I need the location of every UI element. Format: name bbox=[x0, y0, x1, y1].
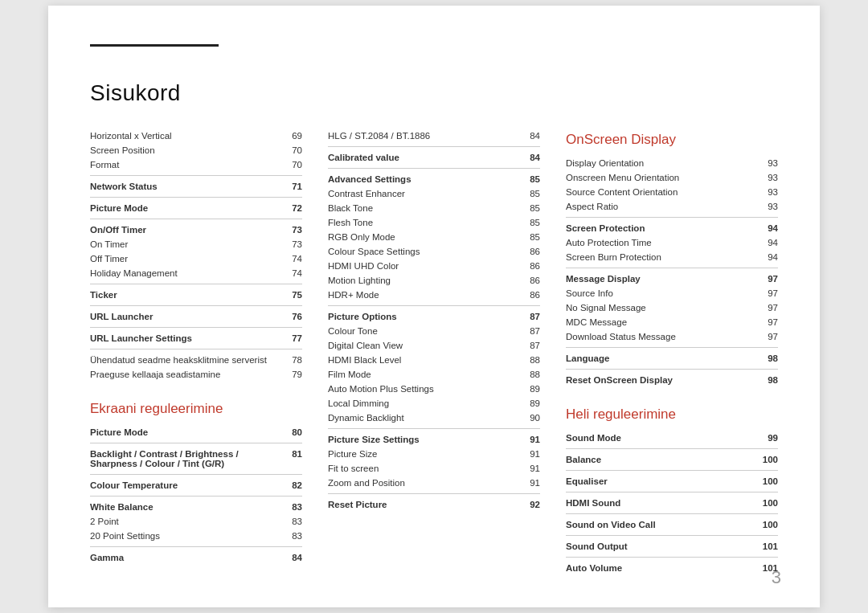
separator bbox=[328, 146, 540, 147]
toc-entry: Auto Motion Plus Settings 89 bbox=[328, 382, 540, 396]
entry-label: URL Launcher bbox=[90, 312, 280, 321]
toc-entry: Praeguse kellaaja seadistamine 79 bbox=[90, 367, 302, 382]
toc-entry: Source Info 97 bbox=[566, 286, 778, 300]
separator bbox=[90, 349, 302, 349]
separator bbox=[566, 268, 778, 268]
entry-label: Ticker bbox=[90, 290, 280, 300]
toc-entry: White Balance 83 bbox=[90, 500, 302, 514]
toc-entry: Ticker 75 bbox=[90, 288, 302, 302]
separator bbox=[90, 197, 302, 198]
entry-label: Film Mode bbox=[328, 370, 518, 379]
page-number: 3 bbox=[772, 567, 781, 588]
toc-entry: Film Mode 88 bbox=[328, 367, 540, 382]
entry-label: Dynamic Backlight bbox=[328, 413, 518, 423]
entry-num: 85 bbox=[518, 189, 540, 198]
entry-label: Picture Size Settings bbox=[328, 435, 518, 444]
entry-label: Advanced Settings bbox=[328, 174, 518, 184]
entry-label: HLG / ST.2084 / BT.1886 bbox=[328, 131, 518, 141]
entry-label: MDC Message bbox=[566, 317, 755, 327]
col1: Horizontal x Vertical 69 Screen Position… bbox=[90, 129, 302, 575]
entry-num: 71 bbox=[280, 182, 302, 191]
toc-entry: Onscreen Menu Orientation 93 bbox=[566, 170, 778, 185]
toc-entry: No Signal Message 97 bbox=[566, 300, 778, 315]
entry-label: Auto Volume bbox=[566, 563, 755, 573]
entry-num: 94 bbox=[755, 252, 778, 262]
entry-num: 72 bbox=[280, 203, 302, 213]
entry-label: HDMI Sound bbox=[566, 498, 755, 508]
entry-label: Sound Output bbox=[566, 541, 755, 551]
entry-label: Fit to screen bbox=[328, 464, 518, 473]
entry-num: 98 bbox=[755, 375, 778, 385]
entry-num: 85 bbox=[518, 203, 540, 213]
entry-label: Colour Temperature bbox=[90, 480, 280, 490]
entry-num: 74 bbox=[280, 254, 302, 264]
entry-num: 101 bbox=[755, 541, 778, 551]
entry-label: Screen Protection bbox=[566, 223, 755, 233]
separator bbox=[90, 443, 302, 443]
entry-num: 81 bbox=[280, 449, 302, 459]
entry-label: Off Timer bbox=[90, 254, 280, 264]
toc-entry: Picture Mode 72 bbox=[90, 201, 302, 215]
separator bbox=[90, 219, 302, 219]
toc-entry: HLG / ST.2084 / BT.1886 84 bbox=[328, 129, 540, 143]
entry-label: Sound on Video Call bbox=[566, 520, 755, 529]
entry-label: On/Off Timer bbox=[90, 225, 280, 235]
separator bbox=[566, 369, 778, 370]
entry-label: Holiday Management bbox=[90, 268, 280, 278]
separator bbox=[328, 305, 540, 306]
separator bbox=[566, 492, 778, 492]
toc-entry: Language 98 bbox=[566, 351, 778, 366]
entry-label: Backlight / Contrast / Brightness / Shar… bbox=[90, 449, 280, 468]
entry-label: Source Content Orientation bbox=[566, 187, 755, 197]
entry-num: 86 bbox=[518, 276, 540, 285]
entry-num: 90 bbox=[518, 413, 540, 423]
entry-num: 100 bbox=[755, 520, 778, 529]
entry-num: 84 bbox=[518, 153, 540, 162]
toc-entry: Black Tone 85 bbox=[328, 201, 540, 215]
entry-label: Local Dimming bbox=[328, 398, 518, 408]
entry-num: 80 bbox=[280, 427, 302, 437]
entry-num: 88 bbox=[518, 355, 540, 365]
toc-entry: Gamma 84 bbox=[90, 550, 302, 565]
toc-entry: On/Off Timer 73 bbox=[90, 223, 302, 237]
entry-num: 70 bbox=[280, 160, 302, 170]
entry-num: 92 bbox=[518, 500, 540, 509]
toc-entry: Picture Size 91 bbox=[328, 447, 540, 461]
entry-label: Equaliser bbox=[566, 476, 755, 486]
entry-num: 73 bbox=[280, 239, 302, 249]
toc-entry: Colour Tone 87 bbox=[328, 324, 540, 338]
entry-num: 97 bbox=[755, 317, 778, 327]
toc-entry: Download Status Message 97 bbox=[566, 329, 778, 344]
entry-label: Black Tone bbox=[328, 203, 518, 213]
separator bbox=[566, 470, 778, 471]
entry-label: No Signal Message bbox=[566, 303, 755, 313]
entry-label: Colour Tone bbox=[328, 326, 518, 336]
entry-num: 70 bbox=[280, 145, 302, 155]
toc-entry: MDC Message 97 bbox=[566, 315, 778, 329]
toc-entry: Balance 100 bbox=[566, 452, 778, 467]
entry-label: Network Status bbox=[90, 182, 280, 191]
entry-num: 91 bbox=[518, 464, 540, 473]
toc-entry: Dynamic Backlight 90 bbox=[328, 411, 540, 425]
toc-entry: Sound Mode 99 bbox=[566, 431, 778, 445]
toc-entry: Off Timer 74 bbox=[90, 251, 302, 266]
entry-label: Praeguse kellaaja seadistamine bbox=[90, 370, 280, 379]
entry-label: Gamma bbox=[90, 553, 280, 562]
toc-entry: Auto Protection Time 94 bbox=[566, 235, 778, 250]
entry-label: Reset Picture bbox=[328, 500, 518, 509]
toc-entry: Motion Lighting 86 bbox=[328, 273, 540, 288]
toc-entry: Picture Options 87 bbox=[328, 309, 540, 324]
entry-num: 83 bbox=[280, 531, 302, 541]
separator bbox=[566, 557, 778, 558]
entry-label: Auto Motion Plus Settings bbox=[328, 384, 518, 394]
toc-columns: Horizontal x Vertical 69 Screen Position… bbox=[90, 129, 778, 575]
entry-label: Display Orientation bbox=[566, 158, 755, 168]
toc-entry: Auto Volume 101 bbox=[566, 561, 778, 575]
section-heading-onscreen: OnScreen Display bbox=[566, 132, 778, 148]
toc-entry: Contrast Enhancer 85 bbox=[328, 186, 540, 201]
toc-entry: Message Display 97 bbox=[566, 272, 778, 286]
entry-label: Colour Space Settings bbox=[328, 247, 518, 256]
col2: HLG / ST.2084 / BT.1886 84 Calibrated va… bbox=[328, 129, 540, 575]
entry-num: 89 bbox=[518, 384, 540, 394]
entry-label: Digital Clean View bbox=[328, 341, 518, 350]
